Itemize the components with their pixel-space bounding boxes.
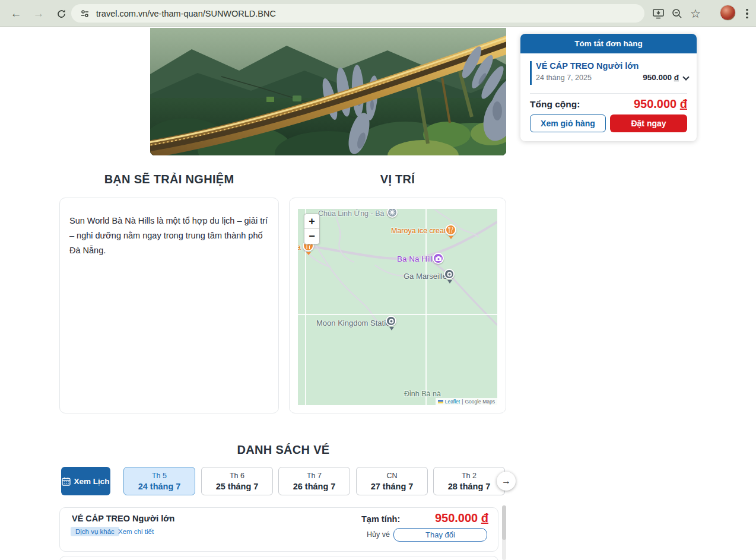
summary-divider [530, 93, 687, 94]
experience-description: Sun World Bà Nà Hills là một tổ hợp du l… [60, 198, 278, 273]
location-card: + − Chùa Linh Ứng - Bà Nà Maroya ice cre… [289, 198, 506, 413]
change-ticket-button[interactable]: Thay đổi [393, 528, 487, 542]
view-cart-button[interactable]: Xem giỏ hàng [530, 114, 606, 132]
ticket-card-partial [59, 556, 498, 560]
date-tab-1[interactable]: Th 6 25 tháng 7 [201, 467, 273, 495]
poi-label-station: Moon Kingdom Station [316, 319, 395, 327]
url-text: travel.com.vn/ve-tham-quan/SUNWORLD.BNC [96, 9, 276, 18]
browser-toolbar: ← → travel.com.vn/ve-tham-quan/SUNWORLD.… [0, 0, 756, 27]
poi-label-peak: Đỉnh Bà nà [404, 390, 441, 398]
site-settings-icon[interactable] [78, 7, 91, 20]
zoom-out-page-icon[interactable] [669, 6, 685, 21]
map-zoom-in-button[interactable]: + [304, 214, 319, 229]
poi-tail [449, 236, 453, 239]
item-accent-bar [530, 61, 532, 85]
hero-image-golden-bridge [150, 28, 506, 155]
bookmark-star-icon[interactable]: ☆ [688, 6, 703, 21]
poi-tail [306, 252, 311, 255]
poi-label-partial: a [298, 243, 301, 252]
poi-label-temple: Chùa Linh Ứng - Bà Nà [318, 209, 396, 218]
station-icon [444, 269, 455, 279]
menu-dots-icon[interactable] [739, 6, 755, 21]
back-icon[interactable]: ← [8, 6, 24, 21]
ticket-list-heading: DANH SÁCH VÉ [61, 443, 506, 457]
summary-item-date: 24 tháng 7, 2025 [536, 74, 592, 82]
order-summary-header: Tóm tắt đơn hàng [520, 34, 697, 53]
location-heading: VỊ TRÍ [289, 173, 506, 186]
chevron-down-icon[interactable] [682, 74, 689, 80]
ticket-badge: Dịch vụ khác [71, 527, 119, 536]
summary-item-price[interactable]: 950.000 đ [643, 73, 679, 82]
reload-glyph [56, 9, 66, 19]
tile-seam [425, 209, 427, 405]
profile-avatar[interactable] [720, 5, 736, 21]
install-app-icon[interactable] [650, 6, 666, 21]
next-dates-button[interactable]: → [497, 472, 516, 491]
ticket-list-scrollbar[interactable] [502, 505, 506, 560]
date-tab-2[interactable]: Th 7 26 tháng 7 [278, 467, 350, 495]
flag-icon [438, 400, 443, 403]
tile-seam [298, 314, 497, 315]
order-summary-card: Tóm tắt đơn hàng VÉ CÁP TREO Người lớn 2… [520, 34, 697, 141]
page-content: Tóm tắt đơn hàng VÉ CÁP TREO Người lớn 2… [0, 27, 756, 560]
experience-heading: BẠN SẼ TRẢI NGHIỆM [59, 173, 279, 186]
map[interactable]: + − Chùa Linh Ứng - Bà Nà Maroya ice cre… [298, 209, 497, 405]
restaurant-icon [445, 224, 456, 236]
view-calendar-button[interactable]: Xem Lịch [61, 467, 110, 495]
forward-icon[interactable]: → [31, 6, 46, 21]
cancel-ticket-label: Hủy vé [367, 530, 390, 539]
address-bar[interactable]: travel.com.vn/ve-tham-quan/SUNWORLD.BNC [71, 4, 644, 23]
calendar-icon [62, 477, 71, 486]
date-tab-3[interactable]: CN 27 tháng 7 [356, 467, 428, 495]
date-tab-0[interactable]: Th 5 24 tháng 7 [123, 467, 195, 495]
poi-tail [389, 327, 394, 330]
map-zoom-out-button[interactable]: − [304, 229, 319, 244]
map-roads [298, 209, 497, 405]
google-maps-link[interactable]: Google Maps [465, 399, 495, 405]
experience-card: Sun World Bà Nà Hills là một tổ hợp du l… [59, 198, 279, 413]
scrollbar-thumb[interactable] [502, 505, 506, 540]
date-tab-4[interactable]: Th 2 28 tháng 7 [433, 467, 505, 495]
total-label: Tổng cộng: [530, 99, 580, 110]
ticket-name: VÉ CÁP TREO Người lớn [72, 514, 174, 523]
total-price: 950.000 đ [634, 97, 687, 111]
map-attribution: Leaflet | Google Maps [436, 398, 497, 405]
leaflet-link[interactable]: Leaflet [445, 399, 460, 405]
poi-label-station: Ga Marseille [404, 272, 447, 281]
view-details-link[interactable]: Xem chi tiết [118, 528, 154, 535]
map-zoom-control: + − [304, 214, 320, 244]
subtotal-label: Tạm tính: [361, 514, 400, 524]
poi-tail [447, 280, 452, 284]
poi-label-restaurant: Maroya ice cream [391, 227, 450, 235]
reload-icon[interactable] [53, 6, 69, 21]
ticket-card: VÉ CÁP TREO Người lớn Dịch vụ khác Xem c… [59, 507, 498, 552]
summary-item-name: VÉ CÁP TREO Người lớn [536, 61, 639, 71]
camera-icon [433, 253, 444, 264]
station-icon [386, 316, 396, 326]
ticket-price: 950.000 đ [429, 511, 488, 525]
poi-label-attraction: Ba Na Hills [397, 254, 437, 263]
book-now-button[interactable]: Đặt ngay [610, 114, 687, 132]
